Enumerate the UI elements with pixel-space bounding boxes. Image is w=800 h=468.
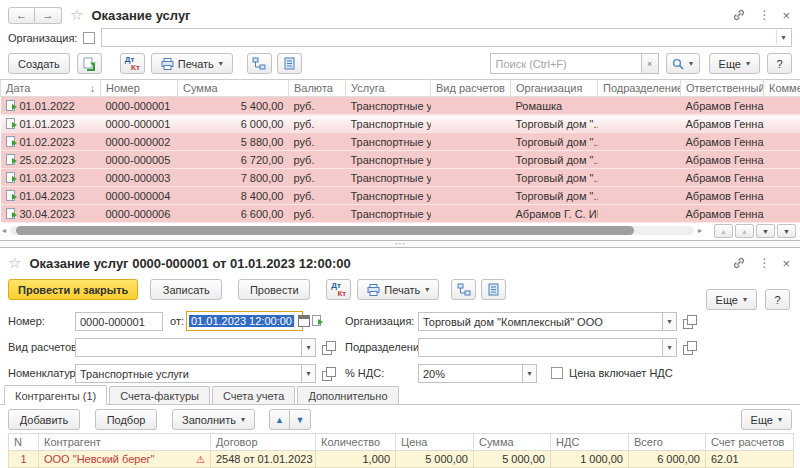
column-sum[interactable]: Сумма [178,80,289,97]
cell-comment[interactable] [764,151,800,169]
cell-number[interactable]: 0000-000003 [101,169,178,187]
more-button[interactable]: Еще ▾ [706,289,757,310]
close-icon[interactable]: × [782,256,790,271]
column-contract[interactable]: Договор [211,434,316,451]
table-more-button[interactable]: Еще ▾ [741,409,792,430]
menu-kebab-icon[interactable]: ⋮ [758,256,770,270]
cell-division[interactable] [598,187,681,205]
cell-calc-kind[interactable] [431,115,511,133]
cell-division[interactable] [598,205,681,223]
cell-contractor[interactable]: ООО "Невский берег"⚠ [39,451,211,468]
fill-button[interactable]: Заполнить ▾ [172,409,255,430]
add-row-button[interactable]: Добавить [8,409,80,430]
cell-number[interactable]: 0000-000001 [101,97,178,115]
cell-service[interactable]: Транспортные у... [346,133,431,151]
cell-calc-kind[interactable] [431,205,511,223]
scroll-right-icon[interactable]: ▸ [694,226,702,235]
cell-division[interactable] [598,97,681,115]
page-up-button[interactable]: ▲ [735,224,754,238]
division-open-icon[interactable] [681,340,696,355]
cell-org[interactable]: Торговый дом "... [511,133,598,151]
go-last-button[interactable]: ▼ [777,224,796,238]
related-documents-button[interactable] [451,279,476,300]
cell-service[interactable]: Транспортные у... [346,97,431,115]
cell-service[interactable]: Транспортные у... [346,187,431,205]
cell-date[interactable]: 01.01.2023 [1,115,101,133]
column-responsible[interactable]: Ответственный [681,80,764,97]
cell-responsible[interactable]: Абрамов Генна... [681,97,764,115]
register-records-button[interactable] [481,279,506,300]
chevron-down-icon[interactable]: ▾ [301,364,316,383]
cell-qty[interactable]: 1,000 [316,451,396,468]
column-qty[interactable]: Количество [316,434,396,451]
cell-contract[interactable]: 2548 от 01.01.2023 [211,451,316,468]
tab-contractors[interactable]: Контрагенты (1) [4,385,107,405]
cell-responsible[interactable]: Абрамов Генна... [681,133,764,151]
cell-currency[interactable]: руб. [289,115,346,133]
register-records-button[interactable] [277,53,302,74]
cell-price[interactable]: 5 000,00 [396,451,474,468]
cell-calc-kind[interactable] [431,151,511,169]
cell-service[interactable]: Транспортные у... [346,115,431,133]
move-row-down-button[interactable]: ▼ [290,409,311,430]
cell-calc-kind[interactable] [431,187,511,205]
tab-accounts[interactable]: Счета учета [212,386,295,405]
cell-date[interactable]: 01.02.2023 [1,133,101,151]
calendar-button[interactable] [294,312,310,330]
cell-sum[interactable]: 6 000,00 [178,115,289,133]
cell-n[interactable]: 1 [9,451,39,468]
cell-org[interactable]: Абрамов Г. С. ИП [511,205,598,223]
create-button[interactable]: Создать [8,53,70,74]
cell-currency[interactable]: руб. [289,97,346,115]
cell-sum[interactable]: 5 880,00 [178,133,289,151]
scrollbar-track[interactable] [10,226,694,235]
nomenclature-combo[interactable]: Транспортные услуги ▾ [75,364,316,383]
contractor-row[interactable]: 1 ООО "Невский берег"⚠ 2548 от 01.01.202… [9,451,794,468]
column-vat[interactable]: НДС [551,434,629,451]
chevron-down-icon[interactable]: ▾ [662,338,677,357]
dt-kt-postings-button[interactable]: Дт Кт [326,279,351,300]
cell-calc-kind[interactable] [431,169,511,187]
post-button[interactable]: Провести [238,279,310,300]
cell-division[interactable] [598,151,681,169]
org-open-icon[interactable] [681,314,696,329]
cell-sum[interactable]: 6 720,00 [178,151,289,169]
cell-date[interactable]: 01.03.2023 [1,169,101,187]
column-number[interactable]: Номер [101,80,178,97]
go-first-button[interactable]: ▲ [714,224,733,238]
cell-sum[interactable]: 7 800,00 [178,169,289,187]
cell-responsible[interactable]: Абрамов Генна... [681,115,764,133]
move-row-up-button[interactable]: ▲ [269,409,290,430]
cell-division[interactable] [598,169,681,187]
column-row-sum[interactable]: Сумма [474,434,551,451]
cell-comment[interactable] [764,133,800,151]
back-button[interactable]: ← [8,7,35,24]
calc-kind-combo[interactable]: ▾ [75,338,316,357]
help-button[interactable]: ? [765,289,790,310]
related-documents-button[interactable] [247,53,272,74]
chevron-down-icon[interactable]: ▾ [662,312,677,331]
cell-org[interactable]: Торговый дом "... [511,169,598,187]
table-row[interactable]: 01.04.2023 0000-000004 8 400,00 руб. Тра… [1,187,800,205]
cell-number[interactable]: 0000-000005 [101,151,178,169]
cell-date[interactable]: 01.01.2022 [1,97,101,115]
cell-vat[interactable]: 1 000,00 [551,451,629,468]
vat-combo[interactable]: 20% ▾ [418,364,537,383]
cell-responsible[interactable]: Абрамов Генна... [681,205,764,223]
org-combo[interactable]: Торговый дом "Комплексный" ООО ▾ [418,312,677,331]
cell-comment[interactable] [764,97,800,115]
copy-document-button[interactable] [77,53,102,74]
organization-filter-checkbox[interactable] [83,32,95,44]
cell-sum[interactable]: 6 600,00 [178,205,289,223]
cell-currency[interactable]: руб. [289,133,346,151]
cell-comment[interactable] [764,169,800,187]
help-button[interactable]: ? [767,53,792,74]
menu-kebab-icon[interactable]: ⋮ [758,8,770,22]
column-division[interactable]: Подразделение [598,80,681,97]
link-icon[interactable] [732,8,746,22]
print-button[interactable]: Печать ▾ [357,279,439,300]
cell-responsible[interactable]: Абрамов Генна... [681,151,764,169]
cell-service[interactable]: Транспортные у... [346,151,431,169]
cell-account[interactable]: 62.01 [706,451,794,468]
scrollbar-thumb[interactable] [16,226,634,235]
